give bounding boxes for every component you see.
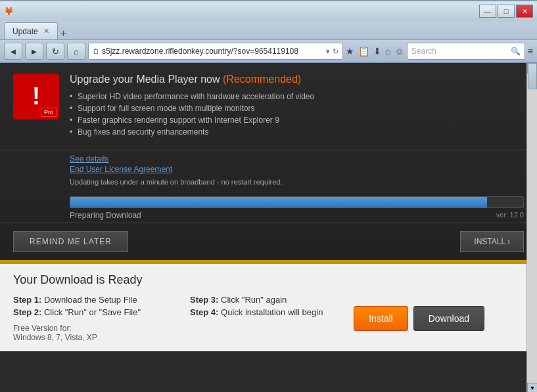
new-tab-button[interactable]: + [60,28,66,39]
step2-text: Click "Run" or "Save File" [44,307,141,317]
page-icon: 🗒 [93,48,99,55]
active-tab[interactable]: Update ✕ [4,22,58,39]
search-icon: 🔍 [511,47,521,56]
step4: Step 4: Quick installation will begin [190,307,354,317]
browser-chrome: 🦊 — □ ✕ Update ✕ + ◄ ► ↻ [0,0,537,63]
step3-text: Click "Run" again [221,295,287,305]
window-controls: — □ ✕ [479,5,533,18]
free-version: Free Version for: Windows 8, 7, Vista, X… [13,324,354,342]
step1: Step 1: Download the Setup File [13,295,177,305]
update-header: ! Pro Upgrade your Media Player now (Rec… [0,63,537,150]
feature-list: Superior HD video performance with hardw… [70,92,524,137]
action-buttons: REMIND ME LATER INSTALL › [0,223,537,260]
step2: Step 2: Click "Run" or "Save File" [13,307,177,317]
toolbar-icons: ★ 📋 ⬇ ⌂ ☺ [346,46,404,56]
address-dropdown[interactable]: ▾ [326,47,330,56]
refresh-icon[interactable]: ↻ [333,47,339,56]
tab-close-button[interactable]: ✕ [43,27,49,35]
address-bar[interactable]: 🗒 s5jzz.rewardzone.rifledonkey.country/?… [88,43,343,60]
step3: Step 3: Click "Run" again [190,295,354,305]
back-button[interactable]: ◄ [4,43,22,60]
close-button[interactable]: ✕ [516,5,533,18]
progress-label: Preparing Download ver. 12.0 [70,211,524,220]
title-bar-left: 🦊 [4,7,14,16]
browser-logo: 🦊 [4,7,14,16]
download-button[interactable]: Download [413,306,484,331]
install-button[interactable]: INSTALL › [460,231,524,252]
media-player-icon: ! Pro [13,74,59,120]
progress-bar-fill [70,197,487,207]
refresh-button[interactable]: ↻ [46,43,64,60]
nav-bar: ◄ ► ↻ ⌂ 🗒 s5jzz.rewardzone.rifledonkey.c… [0,39,537,63]
step4-text: Quick installation will begin [221,307,323,317]
feature-item: Faster graphics rendering support with I… [70,116,524,125]
update-note: Updating takes under a minute on broadba… [70,178,282,186]
bookmark-icon[interactable]: 📋 [358,46,369,56]
download-panel: Your Download is Ready Step 1: Download … [0,263,537,351]
recommended-label: (Recommended) [223,74,301,85]
home-button[interactable]: ⌂ [67,43,85,60]
step4-label: Step 4: [190,307,218,317]
tab-label: Update [12,27,38,36]
step1-label: Step 1: [13,295,41,305]
update-area: ! Pro Upgrade your Media Player now (Rec… [0,63,537,351]
scroll-down-button[interactable]: ▼ [527,383,537,392]
forward-button[interactable]: ► [25,43,43,60]
progress-text: Preparing Download [70,211,141,220]
eula-link[interactable]: End User License Agreement [70,165,524,174]
exclamation-mark: ! [32,83,40,110]
update-info: Upgrade your Media Player now (Recommend… [70,74,524,139]
step1-text: Download the Setup File [44,295,137,305]
title-bar: 🦊 — □ ✕ [0,1,537,21]
free-line1: Free Version for: [13,324,354,333]
menu-icon[interactable]: ≡ [528,46,533,56]
feature-item: Bug fixes and security enhancements [70,127,524,137]
see-details-link[interactable]: See details [70,154,524,163]
links-area: See details End User License Agreement U… [0,150,537,191]
address-text: s5jzz.rewardzone.rifledonkey.country/?so… [102,47,323,56]
progress-bar-container [70,196,524,208]
progress-area: Preparing Download ver. 12.0 [0,191,537,223]
download-title: Your Download is Ready [13,273,524,287]
feature-item: Support for full screen mode with multip… [70,104,524,113]
step3-label: Step 3: [190,295,218,305]
download-icon[interactable]: ⬇ [373,46,381,56]
scrollbar-thumb[interactable] [528,63,537,89]
version-text: ver. 12.0 [496,211,524,220]
search-placeholder: Search [411,47,508,56]
scrollbar[interactable]: ▲ ▼ [526,63,537,392]
upgrade-title: Upgrade your Media Player now (Recommend… [70,74,524,85]
minimize-button[interactable]: — [479,5,496,18]
feature-item: Superior HD video performance with hardw… [70,92,524,101]
maximize-button[interactable]: □ [498,5,515,18]
install-orange-button[interactable]: Install [354,306,408,331]
upgrade-title-plain: Upgrade your Media Player now [70,74,223,85]
home-icon[interactable]: ⌂ [385,46,390,56]
user-icon[interactable]: ☺ [395,46,404,56]
search-bar[interactable]: Search 🔍 [407,43,525,60]
page-content: ! Pro Upgrade your Media Player now (Rec… [0,63,537,392]
free-line2: Windows 8, 7, Vista, XP [13,333,354,342]
star-icon[interactable]: ★ [346,46,354,56]
remind-later-button[interactable]: REMIND ME LATER [13,231,128,252]
step2-label: Step 2: [13,307,41,317]
pro-badge: Pro [41,108,57,117]
tab-area: Update ✕ + [0,21,537,39]
steps-grid: Step 1: Download the Setup File Step 3: … [13,295,354,317]
